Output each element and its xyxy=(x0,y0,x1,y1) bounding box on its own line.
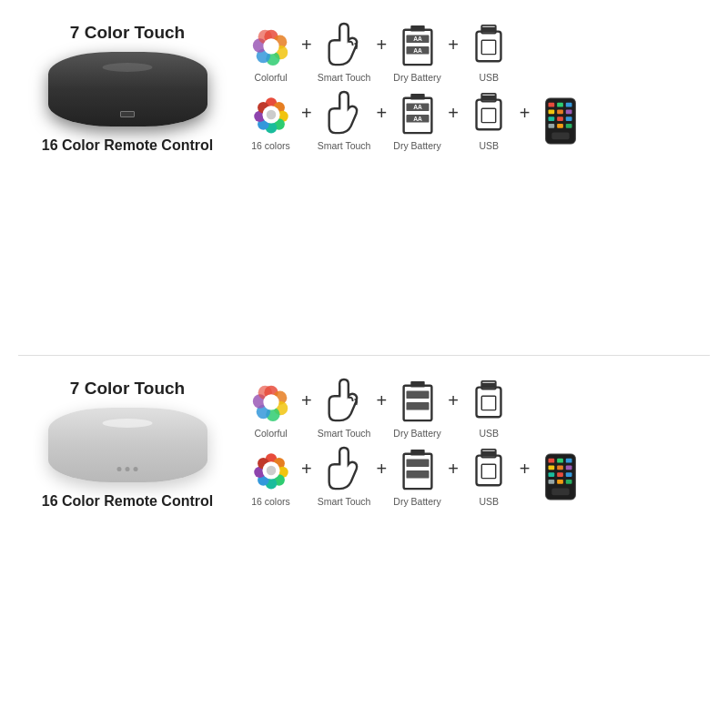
plus-l7-3: + xyxy=(448,390,459,426)
ic-bat-l7: Dry Battery xyxy=(392,378,442,439)
ic-touch-l16: Smart Touch xyxy=(318,446,371,507)
plus-l16-2: + xyxy=(376,459,387,494)
dark-16color-row: 16 colors + Smart Touch + xyxy=(246,90,710,151)
touch-l7-label: Smart Touch xyxy=(318,428,371,439)
svg-rect-203 xyxy=(566,472,572,477)
svg-rect-202 xyxy=(557,472,563,477)
svg-rect-207 xyxy=(551,488,569,495)
svg-rect-156 xyxy=(566,123,572,127)
dark-left-col: 7 Color Touch 16 Color Remote Control xyxy=(18,14,237,163)
bat-d16-icon: AA AA xyxy=(394,90,441,137)
svg-rect-189 xyxy=(406,470,429,479)
plus-l16-3: + xyxy=(448,459,459,494)
dark-uport xyxy=(120,111,135,117)
svg-text:AA: AA xyxy=(413,35,422,42)
dark-7color-row: Colorful + Smart Touch + xyxy=(246,22,710,83)
svg-point-111 xyxy=(263,38,278,54)
svg-rect-197 xyxy=(566,458,572,462)
svg-rect-206 xyxy=(566,479,572,483)
dark-base xyxy=(48,52,207,126)
svg-rect-196 xyxy=(557,458,563,462)
ic-bat-d16: AA AA Dry Battery xyxy=(392,90,442,151)
svg-rect-122 xyxy=(482,40,496,54)
colorful-l7-icon xyxy=(248,378,295,425)
light-16color-row: 16 colors + Smart Touch + xyxy=(246,446,710,507)
ic-16c-d: 16 colors xyxy=(246,90,296,151)
ic-colorful-l7: Colorful xyxy=(246,378,296,439)
ic-usb-l7: USB xyxy=(464,378,514,439)
svg-rect-173 xyxy=(482,383,496,388)
touch-l16-label: Smart Touch xyxy=(318,496,371,507)
usb-d16-icon xyxy=(465,90,512,137)
svg-point-132 xyxy=(266,110,276,120)
svg-rect-168 xyxy=(410,381,424,388)
ldot-2 xyxy=(126,467,130,471)
svg-point-165 xyxy=(263,394,278,410)
light-half: 7 Color Touch 16 Color Remote Control xyxy=(0,356,728,711)
svg-rect-169 xyxy=(406,390,429,399)
svg-text:AA: AA xyxy=(413,104,422,110)
svg-rect-200 xyxy=(566,465,572,470)
svg-rect-114 xyxy=(410,25,424,32)
plus-l16-4: + xyxy=(520,459,531,494)
touch-d7-icon xyxy=(320,22,368,69)
svg-rect-150 xyxy=(566,109,572,114)
svg-rect-188 xyxy=(406,459,429,467)
light-base xyxy=(48,408,207,482)
ic-touch-l7: Smart Touch xyxy=(318,378,371,439)
ic-touch-d7: Smart Touch xyxy=(318,22,371,83)
light-7color-heading: 7 Color Touch xyxy=(70,379,185,399)
svg-rect-142 xyxy=(482,96,496,100)
svg-rect-205 xyxy=(557,479,563,483)
dark-half: 7 Color Touch 16 Color Remote Control xyxy=(0,0,728,355)
plus-d16-1: + xyxy=(301,103,312,138)
ic-bat-l16: Dry Battery xyxy=(392,446,442,507)
svg-rect-199 xyxy=(557,465,563,470)
ldot-1 xyxy=(117,467,122,471)
svg-rect-195 xyxy=(549,458,555,462)
light-7color-row: Colorful + Smart Touch + xyxy=(246,378,710,439)
plus-d16-2: + xyxy=(376,103,387,138)
svg-rect-135 xyxy=(410,94,424,100)
svg-text:AA: AA xyxy=(413,47,422,54)
touch-l7-icon xyxy=(320,378,368,425)
svg-rect-198 xyxy=(549,465,555,470)
ic-remote-l xyxy=(536,453,586,500)
touch-d16-icon xyxy=(320,90,368,137)
usb-l16-icon xyxy=(465,446,512,493)
ldot-3 xyxy=(134,467,138,471)
16c-l-label: 16 colors xyxy=(251,496,290,507)
usb-l16-label: USB xyxy=(480,496,500,507)
touch-l16-icon xyxy=(320,446,368,493)
bat-l16-label: Dry Battery xyxy=(393,496,441,507)
plus-d7-1: + xyxy=(301,35,312,70)
layout-wrapper: 7 Color Touch 16 Color Remote Control xyxy=(0,0,728,728)
svg-rect-149 xyxy=(557,109,563,114)
svg-rect-151 xyxy=(549,116,555,121)
dark-7color-heading: 7 Color Touch xyxy=(70,23,185,43)
svg-rect-193 xyxy=(482,464,496,478)
remote-l-icon xyxy=(537,453,584,500)
plus-d16-4: + xyxy=(520,103,531,138)
ic-touch-d16: Smart Touch xyxy=(318,90,371,151)
usb-d16-label: USB xyxy=(480,140,500,151)
16c-l-icon xyxy=(248,446,295,493)
ic-colorful-d7: Colorful xyxy=(246,22,296,83)
plus-l7-1: + xyxy=(301,390,312,426)
svg-rect-143 xyxy=(482,108,496,122)
touch-d16-label: Smart Touch xyxy=(318,140,371,151)
plus-d7-2: + xyxy=(376,35,387,70)
bat-l7-icon xyxy=(394,378,441,425)
16c-d-label: 16 colors xyxy=(251,140,290,151)
ic-usb-l16: USB xyxy=(464,446,514,507)
ic-16c-l: 16 colors xyxy=(246,446,296,507)
touch-d7-label: Smart Touch xyxy=(318,72,371,83)
svg-rect-170 xyxy=(406,402,429,410)
svg-rect-148 xyxy=(549,109,555,114)
dark-16color-heading: 16 Color Remote Control xyxy=(42,137,213,154)
svg-rect-192 xyxy=(482,451,496,456)
plus-l7-2: + xyxy=(376,390,387,426)
light-right-col: Colorful + Smart Touch + xyxy=(237,369,710,515)
svg-rect-157 xyxy=(551,132,569,139)
svg-rect-147 xyxy=(566,102,572,106)
